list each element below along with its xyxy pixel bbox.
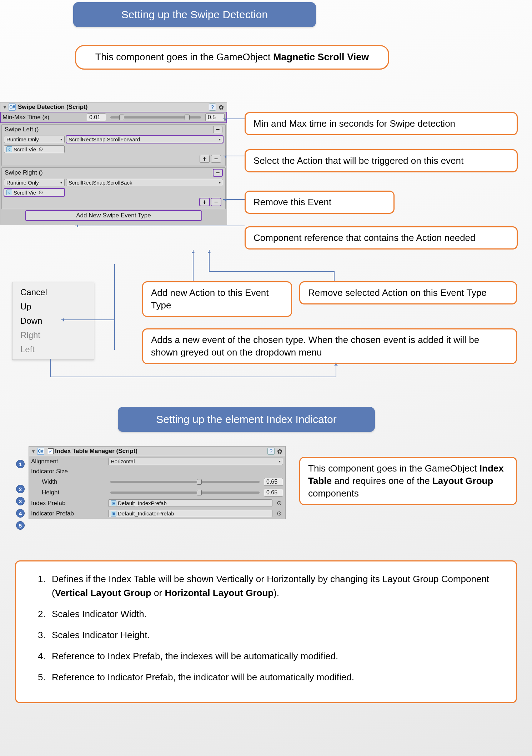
prefab-icon: ▣ <box>111 511 116 516</box>
width-slider[interactable] <box>110 481 260 483</box>
connector-line <box>50 377 336 377</box>
indicator-prefab-label: Indicator Prefab <box>31 510 106 517</box>
chevron-down-icon: ▾ <box>60 181 62 185</box>
alignment-value: Horizontal <box>111 458 135 464</box>
indicator-size-label: Indicator Size <box>31 468 68 475</box>
connector-line <box>75 226 245 226</box>
object-picker-icon[interactable]: ⊙ <box>275 510 283 517</box>
event-name: Swipe Left () <box>5 126 39 133</box>
foldout-icon[interactable]: ▼ <box>31 449 36 454</box>
callout-component-ref: Component reference that contains the Ac… <box>245 226 518 250</box>
connector-line <box>223 199 245 200</box>
min-max-label: Min-Max Time (s) <box>2 114 85 121</box>
alignment-row: Alignment Horizontal▾ <box>29 456 285 467</box>
target-object-field[interactable]: c Scroll Vie ⊙ <box>4 145 65 153</box>
script-icon: C# <box>37 448 44 455</box>
note-text: and requires one of the <box>332 475 432 486</box>
callout-action: Select the Action that will be triggered… <box>245 149 518 172</box>
height-slider[interactable] <box>110 492 260 494</box>
help-icon[interactable]: ? <box>267 448 275 455</box>
event-type-context-menu: Cancel Up Down Right Left <box>12 282 94 360</box>
list-bold: Vertical Layout Group <box>55 588 151 598</box>
list-item: Reference to Index Prefab, the indexes w… <box>48 649 502 663</box>
object-picker-icon[interactable]: ⊙ <box>37 189 45 196</box>
badge-2: 2 <box>16 485 25 493</box>
index-prefab-field[interactable]: ▣ Default_IndexPrefab <box>108 499 272 507</box>
runtime-mode-value: Runtime Only <box>6 136 39 142</box>
gear-icon[interactable]: ✿ <box>217 104 225 111</box>
min-max-slider[interactable] <box>110 116 201 119</box>
alignment-dropdown[interactable]: Horizontal▾ <box>108 458 283 465</box>
badge-3: 3 <box>16 497 25 505</box>
foldout-icon[interactable]: ▼ <box>2 105 7 110</box>
width-label: Width <box>31 478 106 485</box>
height-field[interactable]: 0.65 <box>264 489 283 497</box>
remove-event-button[interactable]: − <box>213 126 222 133</box>
runtime-mode-dropdown[interactable]: Runtime Only▾ <box>4 136 65 143</box>
ctx-item-up[interactable]: Up <box>12 299 94 314</box>
connector-line <box>334 271 335 281</box>
target-object-field[interactable]: c Scroll Vie ⊙ <box>4 188 65 196</box>
runtime-mode-value: Runtime Only <box>6 180 39 186</box>
remove-action-button[interactable]: − <box>211 198 221 206</box>
connector-line <box>223 156 245 156</box>
connector-line <box>193 250 194 281</box>
object-picker-icon[interactable]: ⊙ <box>275 499 283 507</box>
alignment-label: Alignment <box>31 458 106 465</box>
connector-line <box>209 250 210 271</box>
action-dropdown-value: ScrollRectSnap.ScrollBack <box>69 180 132 186</box>
object-picker-icon[interactable]: ⊙ <box>37 146 45 152</box>
action-dropdown[interactable]: ScrollRectSnap.ScrollForward▾ <box>66 136 223 143</box>
script-icon: c <box>6 146 12 152</box>
height-label: Height <box>31 489 106 496</box>
gear-icon[interactable]: ✿ <box>276 448 283 455</box>
action-dropdown-value: ScrollRectSnap.ScrollForward <box>69 136 140 142</box>
add-new-swipe-event-button[interactable]: Add New Swipe Event Type <box>25 211 202 221</box>
note-bold: Layout Group <box>432 475 493 486</box>
target-object-value: Scroll Vie <box>14 146 36 152</box>
indicator-prefab-row: Indicator Prefab ▣ Default_IndicatorPref… <box>29 508 285 519</box>
action-dropdown[interactable]: ScrollRectSnap.ScrollBack▾ <box>66 179 223 186</box>
remove-event-button[interactable]: − <box>213 169 222 176</box>
note-text: components <box>308 488 359 499</box>
swipe-detection-component: ▼ C# Swipe Detection (Script) ? ✿ Min-Ma… <box>0 102 227 225</box>
runtime-mode-dropdown[interactable]: Runtime Only▾ <box>4 179 65 186</box>
max-time-field[interactable]: 0.5 <box>205 114 225 121</box>
section-title-index-indicator: Setting up the element Index Indicator <box>118 407 375 432</box>
chevron-down-icon: ▾ <box>60 137 62 141</box>
index-prefab-label: Index Prefab <box>31 500 106 507</box>
ctx-item-right: Right <box>12 328 94 342</box>
remove-action-button[interactable]: − <box>211 155 221 163</box>
component-title: Index Table Manager (Script) <box>55 448 266 455</box>
list-item: Scales Indicator Height. <box>48 628 502 642</box>
section-title-swipe: Setting up the Swipe Detection <box>73 2 316 27</box>
event-name: Swipe Right () <box>5 169 43 176</box>
list-item: Scales Indicator Width. <box>48 607 502 621</box>
callout-add-action: Add new Action to this Event Type <box>142 281 292 317</box>
badge-4: 4 <box>16 509 25 518</box>
ctx-item-down[interactable]: Down <box>12 314 94 328</box>
callout-add-event-type: Adds a new event of the chosen type. Whe… <box>142 328 517 364</box>
indicator-prefab-value: Default_IndicatorPrefab <box>118 510 174 516</box>
script-icon: C# <box>9 104 16 111</box>
add-action-button[interactable]: + <box>200 155 210 163</box>
connector-line <box>50 359 51 377</box>
component-header[interactable]: ▼ C# ✓ Index Table Manager (Script) ? ✿ <box>29 447 285 456</box>
component-header[interactable]: ▼ C# Swipe Detection (Script) ? ✿ <box>0 102 227 112</box>
component-title: Swipe Detection (Script) <box>18 104 207 111</box>
connector-line <box>61 319 114 320</box>
callout-remove-event: Remove this Event <box>245 191 395 214</box>
min-time-field[interactable]: 0.01 <box>87 114 106 121</box>
help-icon[interactable]: ? <box>209 104 216 111</box>
note-text: This component goes in the GameObject <box>308 463 480 474</box>
width-field[interactable]: 0.65 <box>264 478 283 486</box>
indicator-prefab-field[interactable]: ▣ Default_IndicatorPrefab <box>108 510 272 517</box>
prefab-icon: ▣ <box>111 500 116 506</box>
swipe-left-event: Swipe Left () − Runtime Only▾ ScrollRect… <box>1 124 226 166</box>
enable-checkbox[interactable]: ✓ <box>48 448 54 454</box>
connector-line <box>114 264 115 350</box>
width-row: Width 0.65 <box>29 477 285 487</box>
note-text: This component goes in the GameObject <box>95 52 273 62</box>
add-action-button[interactable]: + <box>200 198 210 206</box>
ctx-item-cancel[interactable]: Cancel <box>12 285 94 299</box>
